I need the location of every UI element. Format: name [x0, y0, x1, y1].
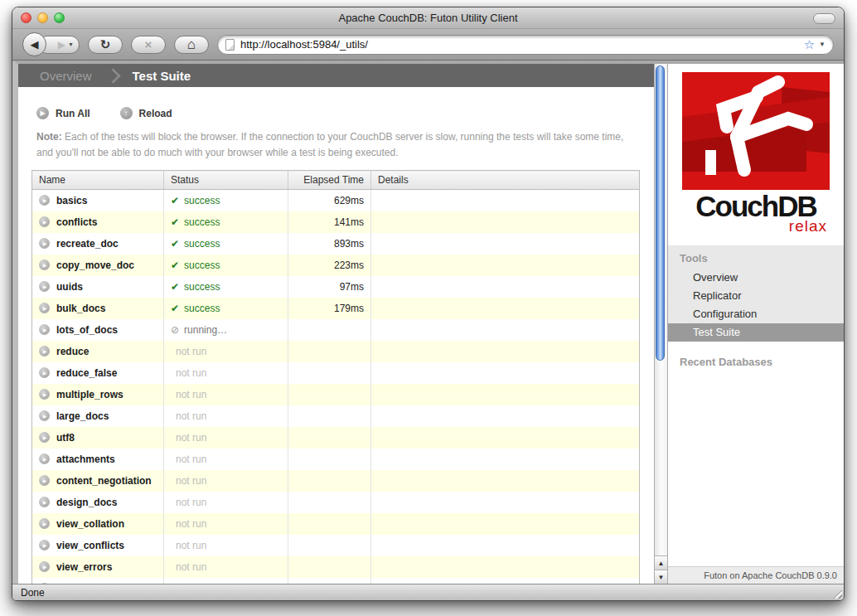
run-test-icon[interactable]: ▶ [39, 346, 50, 357]
test-row: ▶ utf8 not run [32, 427, 640, 449]
test-status: ✔success [164, 298, 288, 319]
test-details [371, 556, 640, 578]
home-button[interactable]: ⌂ [174, 36, 209, 54]
back-button[interactable]: ◀ [22, 32, 46, 56]
test-name: large_docs [56, 410, 109, 422]
test-elapsed-time [288, 470, 371, 492]
test-details [371, 492, 640, 513]
couchdb-logo[interactable]: CouchDB relax [668, 64, 844, 235]
test-actions: ▶ Run All ↑ Reload [36, 107, 654, 119]
test-status: ✔success [164, 276, 288, 298]
run-test-icon[interactable]: ▶ [39, 238, 50, 249]
run-test-icon[interactable]: ▶ [39, 259, 50, 270]
test-name: basics [56, 195, 87, 206]
column-header-name: Name [32, 171, 164, 190]
run-test-icon[interactable]: ▶ [39, 454, 50, 464]
reload-tests-label: Reload [139, 108, 172, 119]
test-name: multiple_rows [56, 389, 123, 400]
sidebar-item-replicator[interactable]: Replicator [668, 287, 844, 305]
test-name: design_docs [56, 497, 117, 508]
test-elapsed-time [288, 492, 371, 513]
status-icon: ✔ [171, 259, 179, 271]
test-name: utf8 [56, 432, 75, 444]
sidebar-item-configuration[interactable]: Configuration [668, 305, 844, 323]
scroll-up-arrow[interactable]: ▲ [655, 555, 667, 570]
status-icon: ✔ [171, 195, 179, 206]
couchdb-relax-figure [682, 72, 830, 190]
run-test-icon[interactable]: ▶ [39, 324, 50, 335]
note-text: Note: Each of the tests will block the b… [36, 129, 627, 160]
status-icon: ⊘ [171, 324, 179, 336]
test-details [371, 276, 640, 298]
tools-section: Tools OverviewReplicatorConfigurationTes… [668, 245, 844, 342]
test-details [371, 298, 640, 319]
run-test-icon[interactable]: ▶ [39, 475, 50, 486]
test-name: view_collation [56, 518, 124, 530]
test-status: not run [164, 384, 288, 405]
test-row: ▶ recreate_doc ✔success 893ms [32, 233, 640, 255]
sidebar-footer: Futon on Apache CouchDB 0.9.0 [668, 566, 844, 584]
test-elapsed-time: 141ms [288, 211, 371, 233]
content-scrollbar[interactable]: ▲ ▼ [654, 64, 668, 584]
column-header-status: Status [164, 171, 288, 190]
run-test-icon[interactable]: ▶ [39, 540, 50, 551]
run-test-icon[interactable]: ▶ [39, 432, 50, 443]
stop-button[interactable]: × [131, 36, 166, 54]
run-test-icon[interactable]: ▶ [39, 518, 50, 529]
test-row: ▶ design_docs not run [32, 492, 640, 513]
test-status: not run [164, 362, 288, 384]
run-all-button[interactable]: ▶ Run All [36, 107, 90, 119]
sidebar-item-overview[interactable]: Overview [668, 269, 844, 287]
run-test-icon[interactable]: ▶ [39, 303, 50, 313]
reload-button[interactable]: ↻ [88, 36, 123, 54]
run-test-icon[interactable]: ▶ [39, 497, 50, 507]
address-bar[interactable]: ☆ ▼ [217, 35, 834, 55]
test-status: not run [164, 492, 288, 513]
run-test-icon[interactable]: ▶ [39, 367, 50, 378]
test-name: reduce_false [56, 367, 117, 379]
tests-table: Name Status Elapsed Time Details ▶ basic… [31, 170, 640, 584]
history-dropdown-icon[interactable]: ▼ [68, 41, 74, 47]
test-status: ⊘running… [164, 319, 288, 341]
url-dropdown-icon[interactable]: ▼ [819, 41, 826, 48]
test-elapsed-time [288, 384, 371, 405]
test-name: reduce [56, 346, 89, 357]
test-status: not run [164, 556, 288, 578]
test-details [371, 190, 640, 211]
status-icon: ✔ [171, 238, 179, 250]
test-name: uuids [56, 281, 83, 293]
test-name: view_conflicts [56, 540, 124, 551]
toolbar-toggle-button[interactable] [813, 13, 835, 24]
scrollbar-thumb[interactable] [656, 65, 665, 361]
run-test-icon[interactable]: ▶ [39, 389, 50, 400]
run-test-icon[interactable]: ▶ [39, 561, 50, 572]
content-scroll-area: ▶ Run All ↑ Reload Note: Each of the tes… [18, 87, 654, 584]
test-status: not run [164, 470, 288, 492]
test-status: ✔success [164, 233, 288, 255]
test-elapsed-time [288, 513, 371, 535]
status-icon: ✔ [171, 281, 179, 293]
run-test-icon[interactable]: ▶ [39, 410, 50, 421]
test-row: ▶ uuids ✔success 97ms [32, 276, 640, 298]
test-elapsed-time: 179ms [288, 298, 371, 319]
run-test-icon[interactable]: ▶ [39, 195, 50, 206]
bookmark-star-icon[interactable]: ☆ [804, 37, 815, 52]
breadcrumb-overview-link[interactable]: Overview [40, 69, 92, 83]
note-label: Note: [36, 131, 62, 143]
page-area: Overview Test Suite ▶ Run All [12, 61, 844, 584]
run-test-icon[interactable]: ▶ [39, 216, 50, 227]
scroll-down-arrow[interactable]: ▼ [655, 570, 667, 584]
browser-toolbar: ◀ ▶ ▼ ↻ × ⌂ ☆ ▼ [12, 29, 844, 61]
url-input[interactable] [240, 38, 804, 51]
run-test-icon[interactable]: ▶ [39, 281, 50, 292]
test-status: ✔success [164, 190, 288, 211]
forward-icon: ▶ [58, 39, 65, 51]
sidebar-item-test-suite[interactable]: Test Suite [668, 323, 844, 342]
run-all-icon: ▶ [36, 107, 49, 119]
test-elapsed-time [288, 319, 371, 341]
reload-tests-button[interactable]: ↑ Reload [120, 107, 172, 119]
stop-icon: × [145, 37, 153, 51]
resize-grip[interactable] [831, 588, 842, 599]
test-row: ▶ lots_of_docs ⊘running… [32, 319, 640, 341]
status-icon: ✔ [171, 303, 179, 314]
